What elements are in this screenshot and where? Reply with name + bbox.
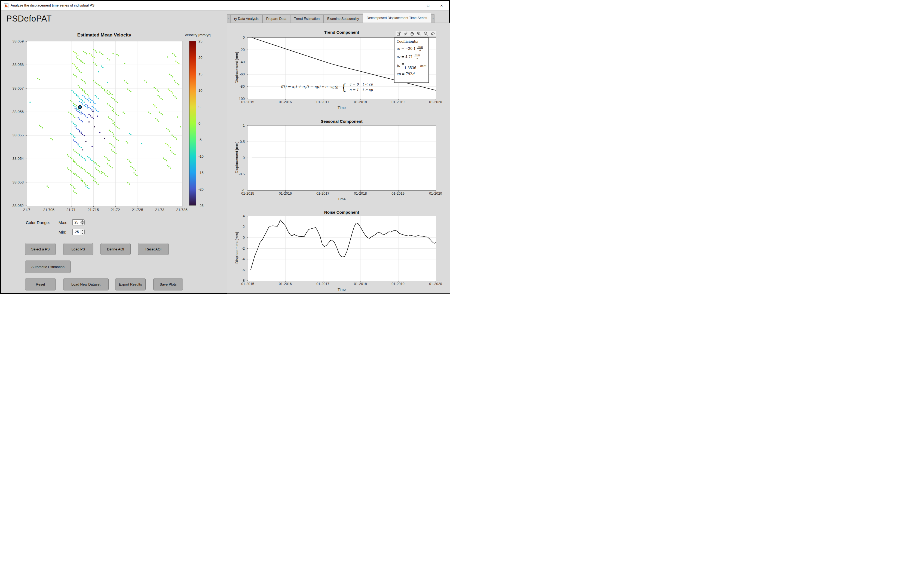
seasonal-plot-area[interactable] [248,125,436,191]
ps-dot [95,102,96,104]
ps-dot [81,112,82,113]
ps-dot [40,126,41,127]
tab-scroll-left[interactable]: < [227,14,230,23]
ps-dot [168,145,169,146]
ps-dot [112,167,113,168]
ps-dot [113,133,114,135]
ps-dot [74,188,75,189]
ps-dot [73,51,74,52]
coeff-sub: 2 [399,56,400,58]
ps-dot [112,53,113,54]
ps-dot [76,68,77,69]
selected-ps-marker[interactable] [78,105,81,109]
trend-formula: f(t) = a1t + a2(t − cp) ∗ c with { c = 0… [281,82,398,92]
ps-dot [162,99,163,100]
ps-dot [87,107,88,109]
map-x-tick-label: 21.71 [67,208,76,212]
colorbar-tick-label: 5 [199,105,200,109]
ps-dot [79,70,80,71]
ps-dot [172,151,172,152]
max-increment-button[interactable] [80,220,84,223]
ps-dot [137,175,138,176]
reset-button[interactable]: Reset [25,278,56,290]
tab-trend-estimation[interactable]: Trend Estimation [290,14,323,23]
min-increment-button[interactable] [80,229,84,232]
ps-dot [158,91,159,92]
ps-dot [101,87,102,88]
ps-dot [81,178,82,179]
ps-dot [106,157,106,158]
colorbar-tick-label: 10 [199,88,202,93]
x-tick-label: 01-2015 [241,282,254,286]
ps-dot [101,171,102,172]
export-results-button[interactable]: Export Results [115,278,146,290]
max-decrement-button[interactable] [80,223,84,225]
ps-dot [108,116,109,118]
x-tick-label: 01-2016 [279,191,292,195]
ps-dot [85,98,86,99]
ps-dot [161,113,162,114]
load-new-dataset-button[interactable]: Load New Dataset [63,278,109,290]
colorbar-tick-label: -20 [199,187,203,191]
tab-decomposed-displacement-time-series[interactable]: Decomposed Displacement Time Series [363,13,431,23]
coeff-var: a [397,55,399,59]
tab-ry-data-analysis[interactable]: ry Data Analysis [230,14,262,23]
min-input[interactable] [72,229,80,235]
y-tick-label: 1 [243,123,245,127]
ps-dot [129,90,130,91]
ps-dot [93,62,94,63]
coefficient-b1: b1 = −1.3536mm [397,62,426,70]
ps-dot [116,54,117,55]
load-ps-button[interactable]: Load PS [63,243,93,255]
ps-dot [102,67,104,68]
velocity-map-plot[interactable] [27,41,182,206]
ps-dot [81,113,82,115]
save-plots-button[interactable]: Save Plots [153,278,183,290]
tab-scroll-right[interactable]: > [431,14,434,23]
ps-dot [99,51,101,53]
ps-dot [84,114,85,115]
tab-examine-seasonality[interactable]: Examine Seasonality [323,14,363,23]
min-decrement-button[interactable] [80,232,84,235]
tab-prepare-data[interactable]: Prepare Data [262,14,290,23]
max-label: Max: [59,220,68,225]
window-title: Analyze the displacement time series of … [11,3,95,7]
ps-dot [82,62,83,63]
seasonal-chart-title: Seasonal Component [248,119,436,124]
noise-plot-area[interactable] [248,216,436,281]
ps-dot [169,90,170,91]
ps-dot [76,107,77,109]
ps-dot [73,105,74,106]
reset-aoi-button[interactable]: Reset AOI [138,243,169,255]
define-aoi-button[interactable]: Define AOI [101,243,131,255]
ps-dot [82,157,83,158]
minimize-button[interactable]: – [410,2,419,9]
ps-dot [107,158,108,160]
ps-dot [99,166,100,167]
ps-dot [42,127,43,128]
ps-dot [79,98,80,99]
automatic-estimation-button[interactable]: Automatic Estimation [25,261,71,273]
map-y-axis-ticks: 38.05938.05838.05738.05638.05538.05438.0… [9,41,25,206]
ps-dot [112,150,113,152]
ps-dot [146,82,147,83]
app-window: Analyze the displacement time series of … [0,0,450,294]
max-input[interactable] [72,219,80,225]
ps-dot [78,176,79,177]
ps-dot [164,159,166,160]
ps-dot [67,154,68,155]
ps-dot [95,64,96,65]
tab-bar: <ry Data AnalysisPrepare DataTrend Estim… [227,13,450,23]
ps-dot [81,88,82,89]
select-a-ps-button[interactable]: Select a PS [25,243,56,255]
ps-dot [52,139,53,140]
ps-dot [172,135,172,136]
close-button[interactable]: × [437,2,446,9]
ps-dot [96,65,97,66]
y-tick-label: -2 [242,246,245,250]
seasonal-x-ticks: 01-201501-201601-201701-201801-201901-20… [248,191,436,195]
ps-dot [170,150,171,151]
maximize-button[interactable]: □ [424,2,433,9]
coeff-unit: d [412,72,414,76]
ps-dot [72,63,73,64]
